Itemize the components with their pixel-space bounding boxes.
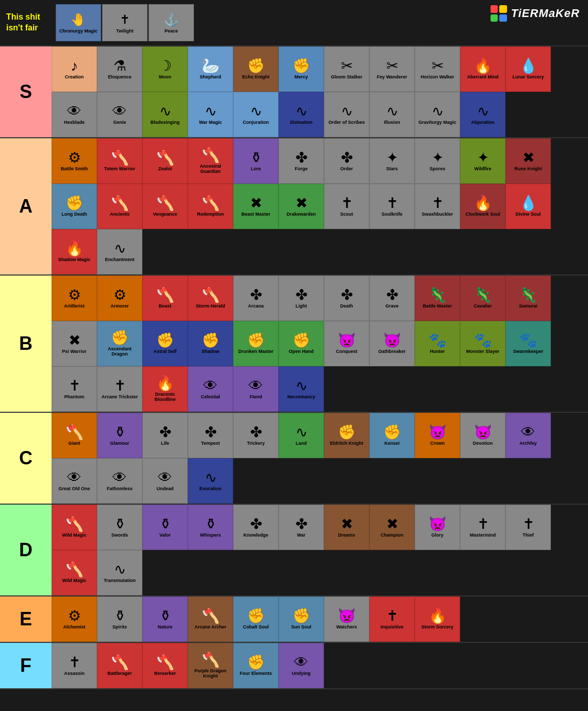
tier-item: ✖Champion [369,505,415,550]
item-label: Samurai [519,304,537,309]
item-icon: 👁 [203,379,218,393]
item-icon: ∿ [114,562,126,577]
item-label: Nature [158,625,173,630]
item-label: Hunter [430,349,445,354]
tier-item: 👁Undead [142,458,188,504]
item-label: Drakewarden [287,212,316,217]
header-title: This shit isn't fair [4,10,56,36]
item-label: Evocation [199,487,221,492]
item-icon: ✖ [296,196,307,211]
tier-item: 🪓Redemption [188,184,233,229]
tier-item: 🦎Cavalier [460,276,505,321]
tier-item: ∿Divination [279,92,324,137]
item-label: Cobalt Soul [243,625,269,630]
tier-item: 🪓Beast [142,276,188,321]
item-icon: 🪓 [202,148,220,163]
tier-item: 👁Undying [279,643,324,688]
tier-item: ✂Fey Wanderer [369,46,415,92]
tier-item: 👁Archfey [505,413,551,458]
item-icon: ✖ [250,196,262,211]
item-icon: 🪓 [66,425,84,440]
item-label: Ascendant Dragon [100,347,140,357]
item-icon: ∿ [386,104,398,119]
header-item: 🤚Chronurgy Magic [56,4,101,41]
tier-item: ∿Evocation [188,458,233,504]
tier-item: ✊Echo Knight [233,46,279,92]
tier-item: 🔥Storm Sorcery [415,596,460,642]
item-label: Glamour [110,441,129,446]
tier-item: 🪓Storm Herald [188,276,233,321]
item-label: Order of Scribes [329,120,365,125]
tier-item: ✊Shadow [188,321,233,366]
item-label: Archfey [519,441,537,446]
tier-item: ✊Drunken Master [233,321,279,366]
tier-item: 👿Conquest [324,321,369,366]
tier-item: 👁Great Old One [52,458,97,504]
item-icon: ✊ [338,425,356,440]
item-icon: ☽ [159,59,172,73]
item-label: Swashbuckler [422,212,453,217]
item-label: Giant [68,441,80,446]
item-label: Bladesinging [151,120,180,125]
item-icon: ✖ [522,151,534,165]
tier-item: 🐾Swarmkeeper [505,321,551,366]
item-icon: 👁 [112,104,127,119]
tier-items-S: ♪Creation⚗Eloquence☽Moon🦢Shepherd✊Echo K… [52,46,588,137]
item-icon: ⚗ [113,59,126,73]
item-icon: ⚱ [250,151,262,165]
item-icon: ✤ [296,517,307,531]
tier-item: ✝Assassin [52,643,97,688]
item-icon: ✤ [341,151,353,165]
item-icon: 👿 [338,333,356,348]
tier-item: ∿Abjuration [460,92,505,137]
tier-item: ⚱Lore [233,138,279,184]
tier-item: ⚙Armorer [97,276,142,321]
item-label: Fey Wanderer [377,75,407,80]
tier-item: 🪓Zealot [142,138,188,184]
item-icon: ✝ [69,379,80,393]
item-icon: ✊ [111,331,129,345]
item-icon: 🪓 [202,288,220,302]
tier-item: 🪓Ancients [97,184,142,229]
item-label: Undead [156,487,173,492]
item-label: Gloom Stalker [331,75,362,80]
tier-label-C: C [0,413,52,504]
item-icon: ✊ [247,655,265,670]
item-icon: ⚙ [113,288,126,302]
tier-item: 👿Crown [415,413,460,458]
item-icon: 🦎 [519,288,537,302]
tiermaker-logo: TiERMaKeR [491,5,580,22]
item-label: Spirits [112,625,127,630]
item-label: Life [161,441,169,446]
item-icon: ∿ [432,104,444,119]
item-icon: ✊ [247,609,265,623]
tier-item: 👁Celestial [188,366,233,412]
item-icon: ✝ [114,379,126,393]
tier-item: 🦢Shepherd [188,46,233,92]
item-label: Valor [159,533,171,538]
item-icon: ✝ [432,196,444,211]
item-icon: 🪓 [202,609,220,623]
item-label: Forge [295,167,307,172]
item-label: Shadow [202,349,220,354]
item-icon: 👁 [67,104,81,119]
item-label: Horizon Walker [420,75,454,80]
item-label: Swarmkeeper [513,349,544,354]
item-label: Storm Herald [196,304,225,309]
item-icon: ⚱ [114,517,126,531]
item-icon: 🪓 [156,655,174,670]
item-label: Battle Smith [61,167,88,172]
tier-item: ✊Mercy [279,46,324,92]
tier-row-B: B⚙Artillerist⚙Armorer🪓Beast🪓Storm Herald… [0,276,588,413]
item-label: Artillerist [64,304,85,309]
item-icon: ✝ [386,609,398,623]
item-icon: ✊ [292,59,311,73]
item-icon: 🐾 [519,333,537,348]
tier-item: 🔥Aberrant Mind [460,46,505,92]
item-label: Redemption [197,212,224,217]
item-label: Mercy [295,75,308,80]
item-icon: ✖ [341,517,353,531]
item-icon: 🪓 [111,655,129,670]
item-icon: ∿ [205,471,217,485]
tier-item: ✝Scout [324,184,369,229]
